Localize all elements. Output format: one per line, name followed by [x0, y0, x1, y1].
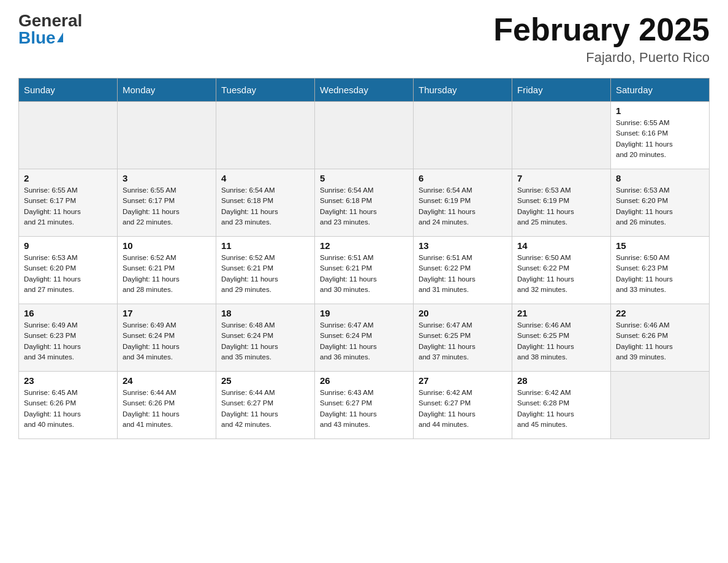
- day-info: Sunrise: 6:55 AM Sunset: 6:16 PM Dayligh…: [616, 118, 704, 160]
- day-info: Sunrise: 6:52 AM Sunset: 6:21 PM Dayligh…: [123, 253, 211, 295]
- day-info: Sunrise: 6:54 AM Sunset: 6:18 PM Dayligh…: [320, 185, 408, 228]
- calendar-cell: 1Sunrise: 6:55 AM Sunset: 6:16 PM Daylig…: [611, 102, 710, 169]
- calendar-cell: 11Sunrise: 6:52 AM Sunset: 6:21 PM Dayli…: [216, 237, 315, 304]
- calendar-cell: [19, 102, 118, 169]
- calendar-cell: 25Sunrise: 6:44 AM Sunset: 6:27 PM Dayli…: [216, 372, 315, 439]
- calendar-cell: [118, 102, 216, 169]
- location-subtitle: Fajardo, Puerto Rico: [493, 50, 710, 66]
- calendar-cell: [611, 372, 710, 439]
- calendar-cell: 3Sunrise: 6:55 AM Sunset: 6:17 PM Daylig…: [118, 169, 216, 237]
- calendar-cell: 22Sunrise: 6:46 AM Sunset: 6:26 PM Dayli…: [611, 304, 710, 372]
- weekday-header-wednesday: Wednesday: [315, 79, 414, 102]
- day-number: 1: [616, 105, 704, 116]
- day-number: 23: [24, 375, 112, 386]
- calendar-cell: 7Sunrise: 6:53 AM Sunset: 6:19 PM Daylig…: [512, 169, 611, 237]
- day-number: 5: [320, 173, 408, 183]
- calendar-cell: 2Sunrise: 6:55 AM Sunset: 6:17 PM Daylig…: [19, 169, 118, 237]
- logo-triangle-icon: [57, 33, 63, 42]
- day-info: Sunrise: 6:49 AM Sunset: 6:23 PM Dayligh…: [24, 320, 112, 362]
- day-number: 28: [517, 375, 605, 386]
- title-block: February 2025 Fajardo, Puerto Rico: [493, 12, 710, 66]
- calendar-cell: 12Sunrise: 6:51 AM Sunset: 6:21 PM Dayli…: [315, 237, 414, 304]
- day-info: Sunrise: 6:52 AM Sunset: 6:21 PM Dayligh…: [221, 253, 309, 295]
- day-info: Sunrise: 6:44 AM Sunset: 6:27 PM Dayligh…: [221, 388, 309, 430]
- day-number: 27: [419, 375, 507, 386]
- calendar-cell: 19Sunrise: 6:47 AM Sunset: 6:24 PM Dayli…: [315, 304, 414, 372]
- calendar-cell: 6Sunrise: 6:54 AM Sunset: 6:19 PM Daylig…: [414, 169, 512, 237]
- calendar-cell: 13Sunrise: 6:51 AM Sunset: 6:22 PM Dayli…: [414, 237, 512, 304]
- weekday-header-tuesday: Tuesday: [216, 79, 315, 102]
- calendar-cell: [512, 102, 611, 169]
- calendar-cell: [216, 102, 315, 169]
- day-number: 14: [517, 240, 605, 251]
- calendar-cell: 5Sunrise: 6:54 AM Sunset: 6:18 PM Daylig…: [315, 169, 414, 237]
- weekday-header-friday: Friday: [512, 79, 611, 102]
- calendar-cell: 24Sunrise: 6:44 AM Sunset: 6:26 PM Dayli…: [118, 372, 216, 439]
- calendar-cell: 10Sunrise: 6:52 AM Sunset: 6:21 PM Dayli…: [118, 237, 216, 304]
- day-info: Sunrise: 6:53 AM Sunset: 6:20 PM Dayligh…: [616, 185, 704, 228]
- day-number: 21: [517, 308, 605, 318]
- calendar-week-row: 16Sunrise: 6:49 AM Sunset: 6:23 PM Dayli…: [19, 304, 710, 372]
- day-number: 6: [419, 173, 507, 183]
- day-info: Sunrise: 6:55 AM Sunset: 6:17 PM Dayligh…: [24, 185, 112, 228]
- day-number: 20: [419, 308, 507, 318]
- calendar-cell: 4Sunrise: 6:54 AM Sunset: 6:18 PM Daylig…: [216, 169, 315, 237]
- day-info: Sunrise: 6:44 AM Sunset: 6:26 PM Dayligh…: [123, 388, 211, 430]
- calendar-cell: 16Sunrise: 6:49 AM Sunset: 6:23 PM Dayli…: [19, 304, 118, 372]
- day-number: 17: [123, 308, 211, 318]
- day-number: 25: [221, 375, 309, 386]
- calendar-cell: 15Sunrise: 6:50 AM Sunset: 6:23 PM Dayli…: [611, 237, 710, 304]
- day-number: 18: [221, 308, 309, 318]
- day-info: Sunrise: 6:46 AM Sunset: 6:25 PM Dayligh…: [517, 320, 605, 362]
- calendar-cell: 9Sunrise: 6:53 AM Sunset: 6:20 PM Daylig…: [19, 237, 118, 304]
- calendar-cell: 14Sunrise: 6:50 AM Sunset: 6:22 PM Dayli…: [512, 237, 611, 304]
- day-number: 22: [616, 308, 704, 318]
- calendar-table: SundayMondayTuesdayWednesdayThursdayFrid…: [18, 78, 710, 439]
- weekday-header-row: SundayMondayTuesdayWednesdayThursdayFrid…: [19, 79, 710, 102]
- calendar-cell: 17Sunrise: 6:49 AM Sunset: 6:24 PM Dayli…: [118, 304, 216, 372]
- day-number: 10: [123, 240, 211, 251]
- day-info: Sunrise: 6:53 AM Sunset: 6:20 PM Dayligh…: [24, 253, 112, 295]
- day-info: Sunrise: 6:54 AM Sunset: 6:19 PM Dayligh…: [419, 185, 507, 228]
- calendar-cell: 21Sunrise: 6:46 AM Sunset: 6:25 PM Dayli…: [512, 304, 611, 372]
- day-info: Sunrise: 6:42 AM Sunset: 6:27 PM Dayligh…: [419, 388, 507, 430]
- day-info: Sunrise: 6:46 AM Sunset: 6:26 PM Dayligh…: [616, 320, 704, 362]
- day-info: Sunrise: 6:45 AM Sunset: 6:26 PM Dayligh…: [24, 388, 112, 430]
- calendar-cell: [414, 102, 512, 169]
- calendar-cell: 18Sunrise: 6:48 AM Sunset: 6:24 PM Dayli…: [216, 304, 315, 372]
- day-info: Sunrise: 6:51 AM Sunset: 6:22 PM Dayligh…: [419, 253, 507, 295]
- calendar-cell: 20Sunrise: 6:47 AM Sunset: 6:25 PM Dayli…: [414, 304, 512, 372]
- page-header: General Blue February 2025 Fajardo, Puer…: [18, 12, 710, 66]
- day-number: 12: [320, 240, 408, 251]
- calendar-cell: 27Sunrise: 6:42 AM Sunset: 6:27 PM Dayli…: [414, 372, 512, 439]
- day-number: 8: [616, 173, 704, 183]
- day-number: 11: [221, 240, 309, 251]
- calendar-cell: 8Sunrise: 6:53 AM Sunset: 6:20 PM Daylig…: [611, 169, 710, 237]
- weekday-header-monday: Monday: [118, 79, 216, 102]
- day-info: Sunrise: 6:50 AM Sunset: 6:22 PM Dayligh…: [517, 253, 605, 295]
- weekday-header-thursday: Thursday: [414, 79, 512, 102]
- day-info: Sunrise: 6:47 AM Sunset: 6:24 PM Dayligh…: [320, 320, 408, 362]
- day-number: 19: [320, 308, 408, 318]
- day-number: 24: [123, 375, 211, 386]
- day-number: 9: [24, 240, 112, 251]
- weekday-header-saturday: Saturday: [611, 79, 710, 102]
- calendar-week-row: 23Sunrise: 6:45 AM Sunset: 6:26 PM Dayli…: [19, 372, 710, 439]
- day-number: 3: [123, 173, 211, 183]
- calendar-cell: 28Sunrise: 6:42 AM Sunset: 6:28 PM Dayli…: [512, 372, 611, 439]
- calendar-cell: [315, 102, 414, 169]
- day-number: 13: [419, 240, 507, 251]
- logo-general-text: General: [18, 12, 82, 29]
- day-number: 4: [221, 173, 309, 183]
- day-info: Sunrise: 6:48 AM Sunset: 6:24 PM Dayligh…: [221, 320, 309, 362]
- day-info: Sunrise: 6:43 AM Sunset: 6:27 PM Dayligh…: [320, 388, 408, 430]
- calendar-week-row: 1Sunrise: 6:55 AM Sunset: 6:16 PM Daylig…: [19, 102, 710, 169]
- day-number: 2: [24, 173, 112, 183]
- day-info: Sunrise: 6:55 AM Sunset: 6:17 PM Dayligh…: [123, 185, 211, 228]
- day-info: Sunrise: 6:42 AM Sunset: 6:28 PM Dayligh…: [517, 388, 605, 430]
- day-info: Sunrise: 6:50 AM Sunset: 6:23 PM Dayligh…: [616, 253, 704, 295]
- day-info: Sunrise: 6:51 AM Sunset: 6:21 PM Dayligh…: [320, 253, 408, 295]
- day-number: 26: [320, 375, 408, 386]
- logo: General Blue: [18, 12, 82, 47]
- logo-blue-text: Blue: [18, 29, 63, 47]
